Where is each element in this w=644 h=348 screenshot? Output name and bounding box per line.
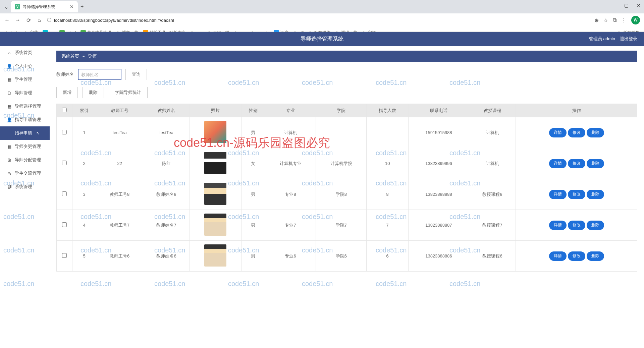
tab-close-icon[interactable]: ✕ [70,4,74,9]
teacher-photo [204,244,226,267]
table-row: 3教师工号8教师姓名8男专业8学院8813823888888教授课程8详情修改删… [57,179,637,210]
edit-button[interactable]: 修改 [568,128,585,137]
sidebar-item[interactable]: ▦导师变更管理 [0,140,50,153]
bookmark-star-icon[interactable]: ☆ [603,17,608,23]
tab-strip: ⌄ V 导师选择管理系统 ✕ + [0,0,644,13]
search-icon[interactable]: ⊕ [594,17,599,23]
sidebar-item[interactable]: ⌂系统首页 [0,46,50,59]
sidebar-icon: 👤 [7,117,12,122]
detail-button[interactable]: 详情 [549,221,567,230]
table-header: 教师姓名 [143,104,190,117]
table-header: 索引 [72,104,96,117]
cell-tname: 陈红 [143,148,190,179]
search-input[interactable] [78,69,121,80]
edit-button[interactable]: 修改 [568,251,585,261]
cell-tid: 22 [96,148,143,179]
cell-college: 学院6 [316,241,367,272]
cell-photo [190,117,241,148]
table-header: 联系电话 [409,104,469,117]
sidebar-item[interactable]: ▦导师选择管理 [0,100,50,113]
cell-course: 教授课程8 [469,179,516,210]
tabs-dropdown-icon[interactable]: ⌄ [3,4,9,10]
browser-tab[interactable]: V 导师选择管理系统 ✕ [11,1,78,12]
maximize-icon[interactable]: ▢ [624,3,629,8]
cell-phone: 15915915988 [409,117,469,148]
cell-phone: 13823899996 [409,148,469,179]
sidebar-icon: 🗐 [7,184,12,189]
breadcrumb-home[interactable]: 系统首页 [62,53,79,59]
sidebar-item[interactable]: ▦学生管理 [0,73,50,86]
row-delete-button[interactable]: 删除 [587,251,604,261]
reload-icon[interactable]: ⟳ [25,17,32,23]
row-checkbox[interactable] [62,191,67,196]
data-table: 索引教师工号教师姓名照片性别专业学院指导人数联系电话教授课程操作 1testTe… [56,104,637,272]
stats-button[interactable]: 学院导师统计 [109,87,148,98]
row-checkbox[interactable] [62,253,67,258]
sidebar-item[interactable]: 🗋导师管理 [0,86,50,100]
addr-right: ⊕ ☆ ⧉ ⋮ W [594,16,640,24]
site-info-icon[interactable]: ⓘ [47,17,51,23]
sidebar-label: 指导申请管理 [15,117,41,123]
new-tab-icon[interactable]: + [80,4,84,10]
window-controls: — ▢ ✕ [611,3,641,8]
table-header: 性别 [241,104,265,117]
home-icon[interactable]: ⌂ [36,17,42,23]
table-header: 操作 [516,104,637,117]
table-header [57,104,72,117]
back-icon[interactable]: ← [4,17,10,23]
close-window-icon[interactable]: ✕ [637,3,641,8]
cell-course: 教授课程6 [469,241,516,272]
cell-count: 6 [367,241,409,272]
select-all-checkbox[interactable] [62,108,67,112]
teacher-photo [204,214,226,236]
menu-icon[interactable]: ⋮ [621,17,627,23]
action-buttons: 新增 删除 学院导师统计 [56,87,637,98]
cell-idx: 5 [72,241,96,272]
sidebar-icon: ⌂ [7,50,12,55]
edit-button[interactable]: 修改 [568,190,585,199]
table-row: 4教师工号7教师姓名7男专业7学院7713823888887教授课程7详情修改删… [57,210,637,241]
logout-link[interactable]: 退出登录 [620,36,637,42]
add-button[interactable]: 新增 [56,87,78,98]
row-delete-button[interactable]: 删除 [587,190,604,199]
row-checkbox[interactable] [62,222,67,227]
cell-tid: 教师工号8 [96,179,143,210]
sidebar-item[interactable]: 👤指导申请管理 [0,113,50,126]
cell-major: 计算机专业 [265,148,316,179]
detail-button[interactable]: 详情 [549,159,567,168]
tab-title: 导师选择管理系统 [23,4,67,10]
sidebar-item[interactable]: 👤个人中心 [0,59,50,73]
edit-button[interactable]: 修改 [568,159,585,168]
edit-button[interactable]: 修改 [568,221,585,230]
sidebar-item[interactable]: 🗐系统管理 [0,180,50,193]
row-checkbox[interactable] [62,161,67,165]
cell-gender: 男 [241,117,265,148]
teacher-photo [204,152,226,174]
profile-avatar[interactable]: W [631,16,640,24]
row-delete-button[interactable]: 删除 [587,128,604,137]
row-checkbox[interactable] [62,130,67,134]
row-delete-button[interactable]: 删除 [587,159,604,168]
forward-icon[interactable]: → [15,17,21,23]
delete-button[interactable]: 删除 [83,87,104,98]
table-header: 照片 [190,104,241,117]
app-body: ⌂系统首页👤个人中心▦学生管理🗋导师管理▦导师选择管理👤指导申请管理指导申请↖▦… [0,46,644,348]
extensions-icon[interactable]: ⧉ [613,17,616,23]
cell-tid: 教师工号6 [96,241,143,272]
sidebar-item[interactable]: 🗎导师分配管理 [0,153,50,167]
sidebar-item[interactable]: 指导申请↖ [0,126,50,140]
cell-gender: 男 [241,179,265,210]
admin-label[interactable]: 管理员 admin [589,36,615,42]
detail-button[interactable]: 详情 [549,251,567,261]
detail-button[interactable]: 详情 [549,128,567,137]
cell-idx: 3 [72,179,96,210]
minimize-icon[interactable]: — [611,3,616,8]
search-button[interactable]: 查询 [125,69,147,80]
app-header: 导师选择管理系统 管理员 admin 退出登录 [0,32,644,46]
url-box[interactable]: ⓘ localhost:8080/springboot0spy6/admin/d… [47,17,590,23]
row-delete-button[interactable]: 删除 [587,221,604,230]
detail-button[interactable]: 详情 [549,190,567,199]
table-row: 5教师工号6教师姓名6男专业6学院6613823888886教授课程6详情修改删… [57,241,637,272]
cell-checkbox [57,117,72,148]
sidebar-item[interactable]: ✎学生交流管理 [0,167,50,180]
